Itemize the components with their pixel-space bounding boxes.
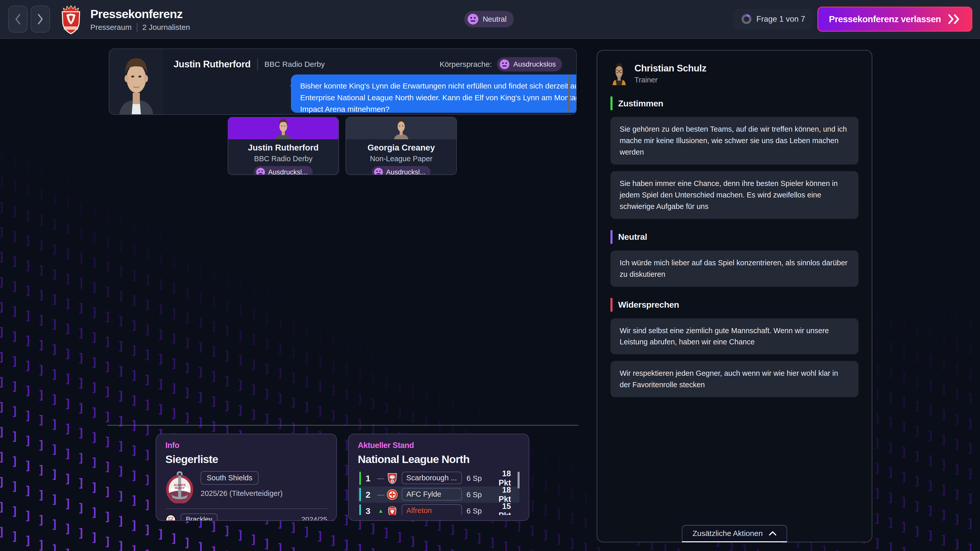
journalist-card-header [228, 118, 339, 139]
standings-tag: Aktueller Stand [358, 441, 520, 450]
team-points: 18 Pkt [491, 486, 518, 504]
agree-accent-bar [611, 97, 612, 110]
question-counter: Frage 1 von 7 [733, 9, 813, 30]
response-group-neutral: Neutral [611, 230, 859, 244]
journalist-mood-badge: Ausdrucksl... [254, 166, 313, 175]
previous-winner-pill: Brackley [181, 513, 218, 521]
journalist-outlet: BBC Radio Derby [254, 155, 313, 163]
breadcrumb: Presseraum 2 Journalisten [90, 23, 190, 32]
responder-role: Trainer [635, 76, 706, 84]
response-option[interactable]: Sie haben immer eine Chance, denn ihre b… [611, 171, 859, 219]
chevron-right-icon [37, 14, 44, 25]
team-position: 3 [361, 506, 375, 515]
team-name: Alfreton [402, 504, 462, 515]
team-position: 1 [361, 473, 375, 483]
table-row-highlighted: 2 — AFC Fylde 6 Sp 18 Pkt [358, 486, 520, 503]
info-divider [165, 508, 327, 509]
journalist-name: Georgia Creaney [368, 143, 435, 152]
holder-team-pill: South Shields [200, 471, 259, 485]
neutral-face-icon [467, 14, 479, 25]
response-option[interactable]: Sie gehören zu den besten Teams, auf die… [611, 117, 859, 165]
response-panel: Christian Schulz Trainer Zustimmen Sie g… [597, 50, 872, 542]
double-chevron-right-icon [948, 14, 961, 24]
team-name-pill-wrap: Alfreton [402, 504, 462, 515]
table-row-own-team: 3 ▲ Alfreton 6 Sp 15 Pkt [358, 503, 520, 515]
journalist-mood-label: Ausdrucksl... [268, 168, 308, 175]
disagree-group-label: Widersprechen [618, 300, 679, 310]
breadcrumb-divider [137, 23, 137, 32]
journalist-card-justin-rutherford[interactable]: Justin Rutherford BBC Radio Derby Ausdru… [228, 117, 339, 175]
table-row: 1 — Scarborough ... 6 Sp 18 Pkt [358, 470, 520, 486]
response-option[interactable]: Wir respektieren jeden Gegner, auch wenn… [611, 361, 859, 397]
justin-rutherford-avatar-small [272, 118, 294, 139]
afc-fylde-crest [387, 489, 398, 500]
journalist-card-header [346, 118, 456, 139]
south-shields-crest: ALWAYS READY [165, 471, 194, 503]
position-change-icon: — [375, 491, 387, 499]
christian-schulz-avatar [611, 62, 628, 85]
disagree-accent-bar [611, 298, 612, 312]
team-name-pill-wrap: AFC Fylde [402, 488, 462, 502]
question-panel: Justin Rutherford BBC Radio Derby Körper… [109, 48, 577, 115]
brackley-crest [165, 514, 176, 521]
expressionless-face-icon [374, 168, 383, 175]
winners-list-panel: Info Siegerliste ALWAYS READY South Shie… [156, 433, 337, 521]
team-name-pill-wrap: Scarborough ... [402, 472, 462, 485]
winners-list-title: Siegerliste [165, 453, 327, 465]
leave-button-label: Pressekonferenz verlassen [829, 14, 941, 24]
response-option[interactable]: Ich würde mich lieber auf das Spiel konz… [611, 251, 859, 287]
response-group-agree: Zustimmen [611, 97, 859, 110]
question-counter-label: Frage 1 von 7 [756, 14, 805, 24]
breadcrumb-journalists: 2 Journalisten [142, 23, 190, 32]
neutral-group-label: Neutral [618, 232, 647, 242]
responder-header: Christian Schulz Trainer [611, 62, 859, 85]
breadcrumb-room: Presseraum [90, 23, 132, 32]
journalist-card-georgia-creaney[interactable]: Georgia Creaney Non-League Paper Ausdruc… [345, 117, 457, 175]
expressionless-face-icon [500, 59, 510, 69]
journalist-mood-label: Ausdrucksl... [386, 168, 426, 175]
response-option[interactable]: Wir sind selbst eine ziemlich gute Manns… [611, 318, 859, 354]
alfreton-town-crest [59, 4, 83, 34]
team-played: 6 Sp [466, 507, 491, 515]
position-change-icon: — [375, 474, 387, 483]
nav-forward-button[interactable] [30, 6, 50, 33]
journalist-outlet: Non-League Paper [370, 155, 432, 163]
response-group-disagree: Widersprechen [611, 298, 859, 312]
chevron-left-icon [14, 14, 21, 25]
question-scrollbar[interactable] [568, 76, 570, 113]
team-points: 18 Pkt [491, 470, 518, 487]
scarborough-crest [387, 472, 398, 484]
question-journalist-outlet: BBC Radio Derby [264, 60, 325, 68]
holder-season: 2025/26 (Titelverteidiger) [200, 489, 283, 498]
info-tag: Info [165, 441, 327, 450]
leave-press-conference-button[interactable]: Pressekonferenz verlassen [818, 6, 972, 32]
page-title: Pressekonferenz [90, 7, 190, 21]
neutral-accent-bar [611, 230, 612, 244]
question-journalist-name: Justin Rutherford [173, 59, 251, 70]
svg-text:READY: READY [175, 486, 185, 489]
alfreton-crest-small [387, 505, 398, 515]
league-table-panel: Aktueller Stand National League North 1 … [348, 433, 529, 521]
expressionless-face-icon [256, 168, 265, 175]
journalist-cards: Justin Rutherford BBC Radio Derby Ausdru… [228, 117, 457, 175]
georgia-creaney-avatar-small [390, 118, 412, 139]
journalist-name: Justin Rutherford [248, 143, 319, 152]
responder-name: Christian Schulz [635, 63, 706, 74]
league-table: 1 — Scarborough ... 6 Sp 18 Pkt 2 — AFC … [358, 470, 520, 515]
journalist-mood-badge: Ausdrucksl... [372, 166, 431, 175]
top-bar: Pressekonferenz Presseraum 2 Journaliste… [0, 0, 980, 39]
svg-text:ALWAYS: ALWAYS [174, 483, 185, 486]
journalist-portrait [109, 49, 163, 114]
extra-actions-button[interactable]: Zusätzliche Aktionen [682, 525, 787, 542]
nav-back-button[interactable] [8, 6, 27, 33]
league-title: National League North [358, 453, 520, 465]
position-up-icon: ▲ [375, 508, 387, 514]
agree-group-label: Zustimmen [618, 98, 663, 108]
team-position: 2 [361, 490, 375, 500]
progress-ring-icon [741, 14, 752, 24]
overall-mood-label: Neutral [483, 15, 507, 24]
team-name: Scarborough ... [402, 472, 462, 484]
team-played: 6 Sp [466, 491, 491, 499]
table-scrollbar[interactable] [517, 472, 520, 489]
justin-rutherford-avatar [109, 49, 163, 114]
